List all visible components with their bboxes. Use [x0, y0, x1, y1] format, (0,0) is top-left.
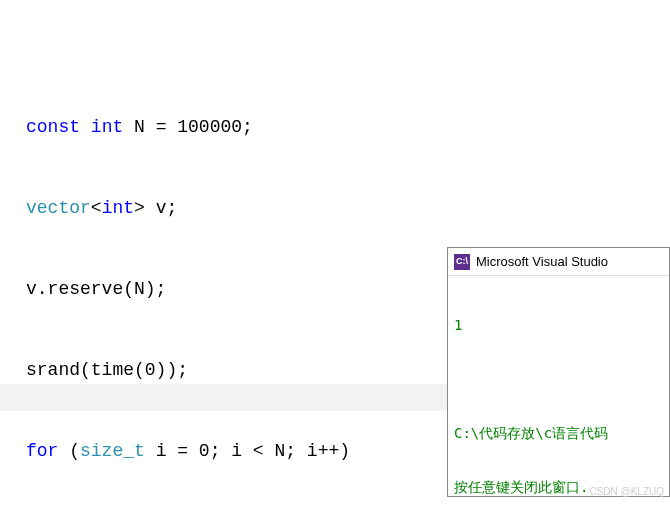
watermark: CSDN @KLZUQ [589, 478, 664, 505]
console-title-text: Microsoft Visual Studio [476, 248, 608, 275]
console-output: 1 C:\代码存放\c语言代码 按任意键关闭此窗口. [448, 276, 669, 509]
console-window[interactable]: C:\ Microsoft Visual Studio 1 C:\代码存放\c语… [447, 247, 670, 497]
blank-line [454, 370, 663, 388]
code-line: vector<int> v; [26, 195, 670, 222]
output-line: 1 [454, 316, 663, 334]
console-titlebar[interactable]: C:\ Microsoft Visual Studio [448, 248, 669, 276]
code-line: const int N = 100000; [26, 114, 670, 141]
output-line: C:\代码存放\c语言代码 [454, 424, 663, 442]
vs-icon: C:\ [454, 254, 470, 270]
